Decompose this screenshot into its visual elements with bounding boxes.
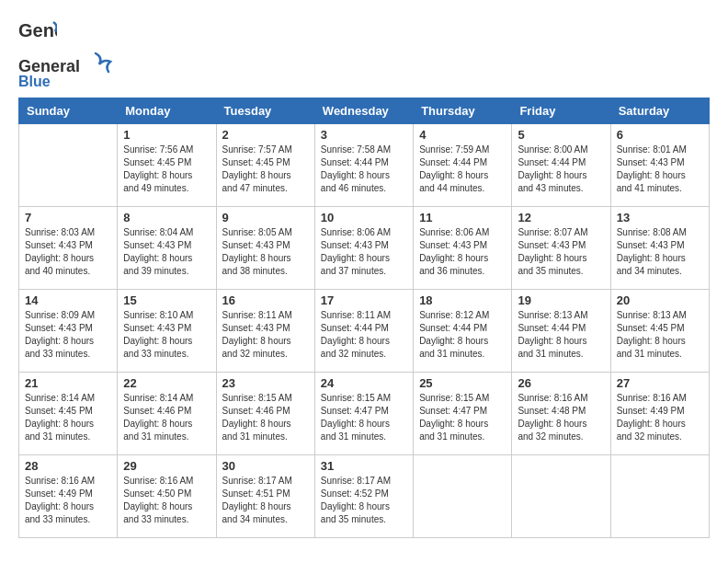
calendar-cell: 9Sunrise: 8:05 AMSunset: 4:43 PMDaylight… (216, 207, 314, 290)
calendar-cell: 31Sunrise: 8:17 AMSunset: 4:52 PMDayligh… (314, 455, 413, 538)
calendar-cell (19, 124, 118, 207)
svg-text:Blue: Blue (18, 74, 51, 88)
calendar-cell: 28Sunrise: 8:16 AMSunset: 4:49 PMDayligh… (19, 455, 118, 538)
day-number: 23 (222, 376, 309, 390)
day-number: 30 (222, 459, 309, 473)
day-number: 11 (419, 211, 506, 224)
calendar-cell: 26Sunrise: 8:16 AMSunset: 4:48 PMDayligh… (512, 373, 610, 455)
calendar-cell: 22Sunrise: 8:14 AMSunset: 4:46 PMDayligh… (118, 373, 216, 455)
logo-svg: General Blue (18, 52, 119, 88)
day-number: 9 (222, 211, 309, 224)
column-header-tuesday: Tuesday (216, 98, 314, 124)
day-number: 18 (419, 293, 506, 307)
calendar-cell: 24Sunrise: 8:15 AMSunset: 4:47 PMDayligh… (314, 373, 413, 455)
day-number: 1 (123, 128, 210, 142)
calendar-cell: 19Sunrise: 8:13 AMSunset: 4:44 PMDayligh… (512, 290, 610, 373)
day-info: Sunrise: 8:07 AMSunset: 4:43 PMDaylight:… (518, 226, 604, 278)
day-info: Sunrise: 8:14 AMSunset: 4:46 PMDaylight:… (123, 392, 210, 443)
day-number: 3 (321, 128, 407, 142)
day-info: Sunrise: 7:57 AMSunset: 4:45 PMDaylight:… (222, 144, 309, 195)
day-number: 22 (123, 376, 210, 390)
column-header-thursday: Thursday (414, 98, 512, 124)
calendar-cell (512, 455, 610, 538)
day-info: Sunrise: 8:15 AMSunset: 4:47 PMDaylight:… (321, 392, 407, 443)
day-info: Sunrise: 8:04 AMSunset: 4:43 PMDaylight:… (123, 226, 210, 278)
day-number: 15 (123, 293, 210, 307)
column-header-monday: Monday (118, 98, 216, 124)
day-number: 28 (25, 459, 111, 473)
header: General General Blue (18, 18, 710, 88)
column-header-sunday: Sunday (19, 98, 118, 124)
calendar-cell: 18Sunrise: 8:12 AMSunset: 4:44 PMDayligh… (414, 290, 512, 373)
column-header-friday: Friday (512, 98, 610, 124)
calendar-cell: 25Sunrise: 8:15 AMSunset: 4:47 PMDayligh… (414, 373, 512, 455)
day-info: Sunrise: 8:08 AMSunset: 4:43 PMDaylight:… (617, 226, 703, 278)
day-number: 27 (617, 376, 703, 390)
week-row-2: 7Sunrise: 8:03 AMSunset: 4:43 PMDaylight… (19, 207, 710, 290)
day-number: 10 (321, 211, 407, 224)
calendar-cell: 30Sunrise: 8:17 AMSunset: 4:51 PMDayligh… (216, 455, 314, 538)
calendar-cell: 21Sunrise: 8:14 AMSunset: 4:45 PMDayligh… (19, 373, 118, 455)
day-number: 7 (25, 211, 111, 224)
column-header-wednesday: Wednesday (314, 98, 413, 124)
day-number: 26 (518, 376, 604, 390)
day-info: Sunrise: 8:01 AMSunset: 4:43 PMDaylight:… (617, 144, 703, 195)
day-info: Sunrise: 8:09 AMSunset: 4:43 PMDaylight:… (25, 309, 111, 361)
calendar-cell: 20Sunrise: 8:13 AMSunset: 4:45 PMDayligh… (610, 290, 709, 373)
week-row-5: 28Sunrise: 8:16 AMSunset: 4:49 PMDayligh… (19, 455, 710, 538)
calendar-cell: 29Sunrise: 8:16 AMSunset: 4:50 PMDayligh… (118, 455, 216, 538)
day-info: Sunrise: 8:06 AMSunset: 4:43 PMDaylight:… (321, 226, 407, 278)
day-number: 25 (419, 376, 506, 390)
day-info: Sunrise: 8:16 AMSunset: 4:48 PMDaylight:… (518, 392, 604, 443)
logo: General General Blue (18, 18, 119, 88)
day-info: Sunrise: 8:16 AMSunset: 4:49 PMDaylight:… (25, 475, 111, 526)
day-number: 19 (518, 293, 604, 307)
day-info: Sunrise: 7:58 AMSunset: 4:44 PMDaylight:… (321, 144, 407, 195)
svg-text:General: General (18, 57, 80, 75)
calendar-cell: 15Sunrise: 8:10 AMSunset: 4:43 PMDayligh… (118, 290, 216, 373)
calendar-cell (610, 455, 709, 538)
calendar-cell: 27Sunrise: 8:16 AMSunset: 4:49 PMDayligh… (610, 373, 709, 455)
day-number: 24 (321, 376, 407, 390)
calendar-cell: 1Sunrise: 7:56 AMSunset: 4:45 PMDaylight… (118, 124, 216, 207)
calendar-header-row: SundayMondayTuesdayWednesdayThursdayFrid… (19, 98, 710, 124)
day-info: Sunrise: 7:59 AMSunset: 4:44 PMDaylight:… (419, 144, 506, 195)
calendar-cell: 3Sunrise: 7:58 AMSunset: 4:44 PMDaylight… (314, 124, 413, 207)
day-info: Sunrise: 8:17 AMSunset: 4:51 PMDaylight:… (222, 475, 309, 526)
day-info: Sunrise: 8:16 AMSunset: 4:50 PMDaylight:… (123, 475, 210, 526)
logo-icon: General (18, 18, 57, 52)
calendar-cell: 2Sunrise: 7:57 AMSunset: 4:45 PMDaylight… (216, 124, 314, 207)
day-info: Sunrise: 8:15 AMSunset: 4:46 PMDaylight:… (222, 392, 309, 443)
calendar-cell: 10Sunrise: 8:06 AMSunset: 4:43 PMDayligh… (314, 207, 413, 290)
day-number: 20 (617, 293, 703, 307)
calendar-cell: 14Sunrise: 8:09 AMSunset: 4:43 PMDayligh… (19, 290, 118, 373)
day-number: 14 (25, 293, 111, 307)
calendar-cell: 23Sunrise: 8:15 AMSunset: 4:46 PMDayligh… (216, 373, 314, 455)
day-info: Sunrise: 8:00 AMSunset: 4:44 PMDaylight:… (518, 144, 604, 195)
day-info: Sunrise: 8:10 AMSunset: 4:43 PMDaylight:… (123, 309, 210, 361)
calendar-cell: 11Sunrise: 8:06 AMSunset: 4:43 PMDayligh… (414, 207, 512, 290)
day-info: Sunrise: 8:03 AMSunset: 4:43 PMDaylight:… (25, 226, 111, 278)
calendar-cell: 12Sunrise: 8:07 AMSunset: 4:43 PMDayligh… (512, 207, 610, 290)
week-row-1: 1Sunrise: 7:56 AMSunset: 4:45 PMDaylight… (19, 124, 710, 207)
calendar-cell: 6Sunrise: 8:01 AMSunset: 4:43 PMDaylight… (610, 124, 709, 207)
day-info: Sunrise: 8:12 AMSunset: 4:44 PMDaylight:… (419, 309, 506, 361)
day-number: 4 (419, 128, 506, 142)
calendar-cell: 4Sunrise: 7:59 AMSunset: 4:44 PMDaylight… (414, 124, 512, 207)
week-row-4: 21Sunrise: 8:14 AMSunset: 4:45 PMDayligh… (19, 373, 710, 455)
day-number: 5 (518, 128, 604, 142)
day-info: Sunrise: 8:13 AMSunset: 4:44 PMDaylight:… (518, 309, 604, 361)
day-number: 6 (617, 128, 703, 142)
calendar-cell: 16Sunrise: 8:11 AMSunset: 4:43 PMDayligh… (216, 290, 314, 373)
calendar-cell: 8Sunrise: 8:04 AMSunset: 4:43 PMDaylight… (118, 207, 216, 290)
svg-text:General: General (18, 20, 57, 40)
day-info: Sunrise: 8:17 AMSunset: 4:52 PMDaylight:… (321, 475, 407, 526)
calendar-cell: 7Sunrise: 8:03 AMSunset: 4:43 PMDaylight… (19, 207, 118, 290)
day-number: 31 (321, 459, 407, 473)
day-number: 29 (123, 459, 210, 473)
week-row-3: 14Sunrise: 8:09 AMSunset: 4:43 PMDayligh… (19, 290, 710, 373)
day-number: 21 (25, 376, 111, 390)
calendar-cell: 17Sunrise: 8:11 AMSunset: 4:44 PMDayligh… (314, 290, 413, 373)
day-info: Sunrise: 8:16 AMSunset: 4:49 PMDaylight:… (617, 392, 703, 443)
day-info: Sunrise: 7:56 AMSunset: 4:45 PMDaylight:… (123, 144, 210, 195)
